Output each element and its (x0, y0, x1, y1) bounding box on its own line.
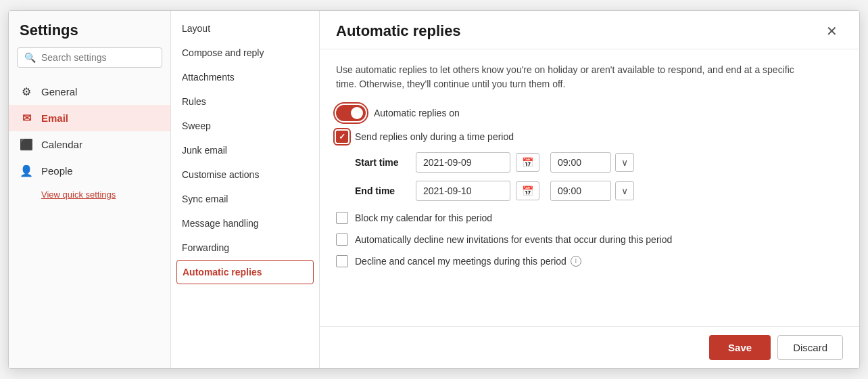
main-body: Use automatic replies to let others know… (320, 49, 859, 326)
nav-item-junk[interactable]: Junk email (171, 138, 319, 162)
middle-nav: Layout Compose and reply Attachments Rul… (171, 11, 320, 368)
general-icon: ⚙ (20, 85, 33, 98)
save-button[interactable]: Save (709, 335, 771, 360)
nav-item-message-handling[interactable]: Message handling (171, 211, 319, 236)
start-calendar-icon-btn[interactable]: 📅 (516, 153, 539, 172)
block-calendar-label: Block my calendar for this period (355, 213, 492, 223)
end-date-input[interactable] (416, 181, 510, 201)
sidebar-item-label-general: General (41, 86, 77, 97)
nav-item-rules[interactable]: Rules (171, 89, 319, 114)
search-box[interactable]: 🔍 (17, 47, 162, 68)
decline-cancel-row: Decline and cancel my meetings during th… (336, 255, 843, 267)
toggle-label: Automatic replies on (374, 108, 460, 118)
search-input[interactable] (41, 52, 155, 63)
nav-item-forwarding[interactable]: Forwarding (171, 236, 319, 260)
sidebar-item-people[interactable]: 👤 People (9, 158, 170, 184)
decline-invitations-row: Automatically decline new invitations fo… (336, 233, 843, 246)
main-footer: Save Discard (320, 326, 859, 368)
start-time-select[interactable]: 09:00 (550, 152, 611, 173)
decline-invitations-checkbox[interactable] (336, 233, 348, 246)
auto-replies-toggle-row: Automatic replies on (336, 105, 843, 121)
auto-replies-toggle[interactable] (336, 105, 366, 121)
sidebar-item-email[interactable]: ✉ Email (9, 105, 170, 131)
sidebar-item-label-email: Email (41, 112, 68, 124)
end-time-row: End time 📅 09:00 ∨ (355, 181, 843, 201)
calendar-nav-icon: ⬛ (20, 138, 33, 151)
sidebar-item-calendar[interactable]: ⬛ Calendar (9, 131, 170, 158)
nav-item-auto-replies[interactable]: Automatic replies (176, 260, 314, 284)
nav-item-attachments[interactable]: Attachments (171, 65, 319, 89)
view-quick-settings-link[interactable]: View quick settings (9, 184, 170, 205)
end-time-select[interactable]: 09:00 (550, 181, 611, 201)
block-calendar-checkbox[interactable] (336, 212, 348, 224)
description-text: Use automatic replies to let others know… (336, 63, 809, 91)
search-icon: 🔍 (24, 52, 36, 63)
sidebar: Settings 🔍 ⚙ General ✉ Email ⬛ Calendar … (9, 11, 171, 368)
end-time-fields: 📅 09:00 ∨ (416, 181, 634, 201)
sidebar-item-label-calendar: Calendar (41, 139, 82, 150)
send-time-period-row: Send replies only during a time period (336, 131, 843, 143)
nav-item-compose[interactable]: Compose and reply (171, 41, 319, 65)
decline-cancel-checkbox[interactable] (336, 255, 348, 267)
end-time-label: End time (355, 185, 416, 196)
nav-item-sync[interactable]: Sync email (171, 187, 319, 211)
nav-item-sweep[interactable]: Sweep (171, 114, 319, 138)
close-button[interactable]: ✕ (821, 22, 843, 41)
decline-cancel-label: Decline and cancel my meetings during th… (355, 256, 566, 267)
block-calendar-row: Block my calendar for this period (336, 212, 843, 224)
page-title: Automatic replies (336, 22, 461, 40)
end-calendar-icon-btn[interactable]: 📅 (516, 181, 539, 200)
people-icon: 👤 (20, 164, 33, 177)
start-time-row: Start time 📅 09:00 ∨ (355, 152, 843, 173)
send-time-period-checkbox[interactable] (336, 131, 348, 143)
nav-item-layout[interactable]: Layout (171, 16, 319, 41)
start-time-label: Start time (355, 157, 416, 168)
info-icon[interactable]: i (571, 256, 581, 267)
additional-checkboxes: Block my calendar for this period Automa… (336, 212, 843, 267)
end-time-dropdown-btn[interactable]: ∨ (615, 181, 634, 200)
start-date-input[interactable] (416, 152, 510, 173)
start-time-fields: 📅 09:00 ∨ (416, 152, 634, 173)
discard-button[interactable]: Discard (777, 335, 843, 360)
toggle-slider (336, 105, 366, 121)
sidebar-item-label-people: People (41, 165, 73, 177)
start-time-dropdown-btn[interactable]: ∨ (615, 153, 634, 172)
settings-window: Settings 🔍 ⚙ General ✉ Email ⬛ Calendar … (8, 10, 860, 369)
main-header: Automatic replies ✕ (320, 11, 859, 49)
sidebar-item-general[interactable]: ⚙ General (9, 79, 170, 105)
send-time-period-label: Send replies only during a time period (355, 131, 514, 142)
decline-invitations-label: Automatically decline new invitations fo… (355, 234, 672, 245)
sidebar-title: Settings (9, 22, 170, 47)
email-icon: ✉ (20, 112, 33, 125)
nav-item-customise[interactable]: Customise actions (171, 162, 319, 187)
main-content: Automatic replies ✕ Use automatic replie… (320, 11, 859, 368)
